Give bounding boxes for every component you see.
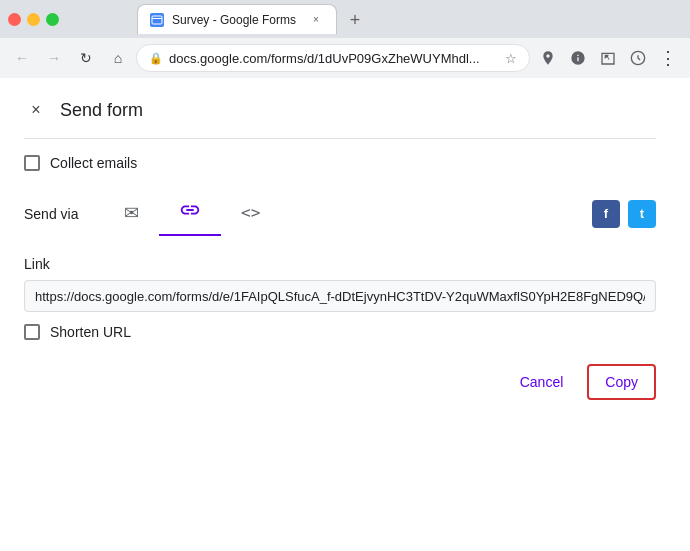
link-icon [179, 199, 201, 226]
address-text: docs.google.com/forms/d/1dUvP09GxZheWUYM… [169, 51, 499, 66]
email-icon: ✉ [124, 202, 139, 224]
extension-icon-1[interactable] [534, 44, 562, 72]
link-url-text: https://docs.google.com/forms/d/e/1FAIpQ… [35, 289, 645, 304]
collect-emails-checkbox[interactable] [24, 155, 40, 171]
tab-title: Survey - Google Forms [172, 13, 300, 27]
address-bar[interactable]: 🔒 docs.google.com/forms/d/1dUvP09GxZheWU… [136, 44, 530, 72]
dialog-title: Send form [60, 100, 143, 121]
link-label: Link [24, 256, 656, 272]
bookmark-icon: ☆ [505, 51, 517, 66]
tab-close-button[interactable]: × [308, 12, 324, 28]
active-tab[interactable]: Survey - Google Forms × [137, 4, 337, 34]
embed-icon: <> [241, 203, 260, 222]
browser-extensions: ⋮ [534, 44, 682, 72]
cancel-button[interactable]: Cancel [504, 366, 580, 398]
window-controls [8, 13, 59, 26]
dialog-header: × Send form [24, 98, 656, 122]
extension-icon-3[interactable] [594, 44, 622, 72]
header-divider [24, 138, 656, 139]
link-section: Link https://docs.google.com/forms/d/e/1… [24, 256, 656, 312]
extension-icon-4[interactable] [624, 44, 652, 72]
tab-link[interactable] [159, 191, 221, 236]
close-window-button[interactable] [8, 13, 21, 26]
shorten-url-label: Shorten URL [50, 324, 131, 340]
nav-bar: ← → ↻ ⌂ 🔒 docs.google.com/forms/d/1dUvP0… [0, 38, 690, 78]
tab-embed[interactable]: <> [221, 195, 280, 232]
forward-button[interactable]: → [40, 44, 68, 72]
send-method-tabs: ✉ <> [104, 191, 592, 236]
tab-favicon [150, 13, 164, 27]
lock-icon: 🔒 [149, 52, 163, 65]
collect-emails-label: Collect emails [50, 155, 137, 171]
link-input-field[interactable]: https://docs.google.com/forms/d/e/1FAIpQ… [24, 280, 656, 312]
title-bar: Survey - Google Forms × + [0, 0, 690, 38]
svg-rect-0 [152, 16, 162, 24]
copy-button[interactable]: Copy [587, 364, 656, 400]
send-via-row: Send via ✉ <> f t [24, 191, 656, 236]
back-button[interactable]: ← [8, 44, 36, 72]
dialog-area: × Send form Collect emails Send via ✉ [0, 78, 680, 420]
shorten-url-checkbox[interactable] [24, 324, 40, 340]
dialog-footer: Cancel Copy [24, 364, 656, 400]
send-via-label: Send via [24, 206, 104, 222]
page-content: × Send form Collect emails Send via ✉ [0, 78, 690, 551]
tab-bar: Survey - Google Forms × + [67, 4, 439, 34]
twitter-share-button[interactable]: t [628, 200, 656, 228]
collect-emails-row: Collect emails [24, 155, 656, 171]
maximize-window-button[interactable] [46, 13, 59, 26]
refresh-button[interactable]: ↻ [72, 44, 100, 72]
facebook-share-button[interactable]: f [592, 200, 620, 228]
more-options-icon[interactable]: ⋮ [654, 44, 682, 72]
home-button[interactable]: ⌂ [104, 44, 132, 72]
shorten-url-row: Shorten URL [24, 324, 656, 340]
extension-icon-2[interactable] [564, 44, 592, 72]
minimize-window-button[interactable] [27, 13, 40, 26]
tab-email[interactable]: ✉ [104, 194, 159, 234]
social-share-icons: f t [592, 200, 656, 228]
new-tab-button[interactable]: + [341, 6, 369, 34]
close-dialog-button[interactable]: × [24, 98, 48, 122]
